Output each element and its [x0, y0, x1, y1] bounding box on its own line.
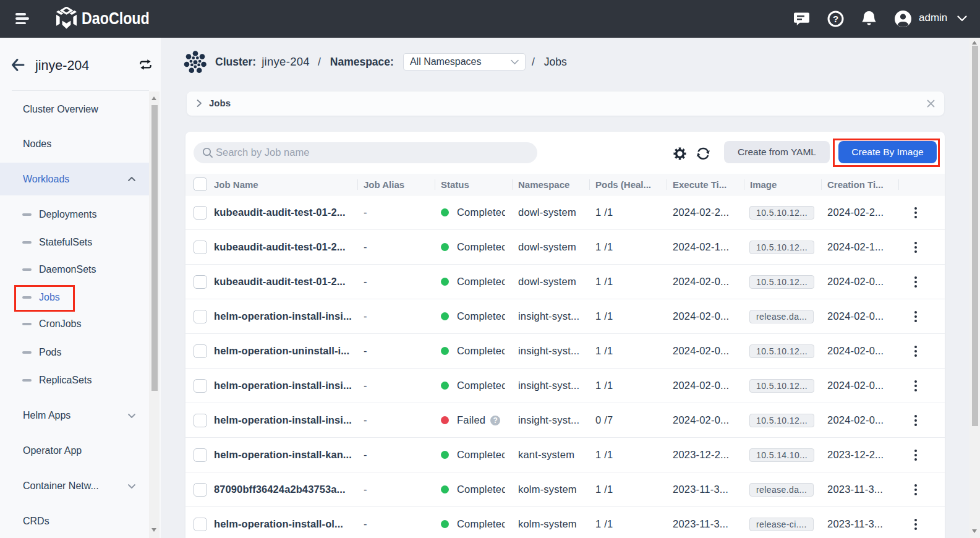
svg-text:?: ? — [833, 14, 838, 24]
